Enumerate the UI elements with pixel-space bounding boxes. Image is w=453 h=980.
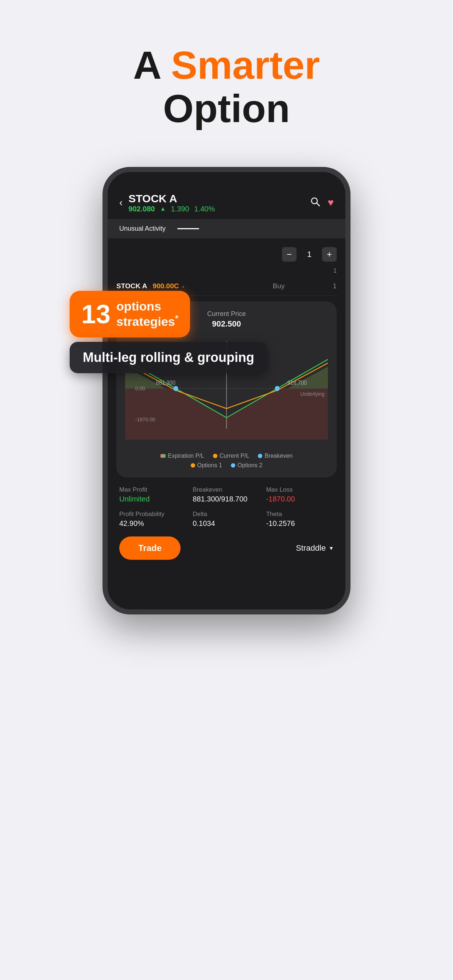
tab-slider (177, 228, 199, 229)
stat-profit-prob-label: Profit Probability (119, 511, 187, 518)
svg-text:Underlying: Underlying (300, 391, 324, 397)
svg-point-7 (174, 386, 179, 391)
phone-wrapper: 13 options strategies* Multi-leg rolling… (84, 167, 369, 614)
stock-price: 902.080 (128, 205, 155, 213)
strategy-selector[interactable]: Straddle ▼ (296, 543, 334, 553)
stock-name: STOCK A (128, 192, 215, 205)
chart-legend-row2: Options 1 Options 2 (125, 462, 328, 469)
stock-header-left: ‹ STOCK A 902.080 ▲ 1.390 1.40% (119, 192, 215, 213)
legend-current-color (213, 454, 217, 458)
legend-options1-label: Options 1 (197, 462, 222, 469)
phone-screen: ‹ STOCK A 902.080 ▲ 1.390 1.40% (108, 172, 345, 609)
stat-breakeven-value: 881.300/918.700 (193, 495, 260, 503)
legend-breakeven-color (258, 454, 262, 458)
legend-options2: Options 2 (231, 462, 262, 469)
qty-minus-btn[interactable]: − (282, 247, 297, 262)
qty-label2: 1 (116, 267, 337, 274)
stat-max-profit-value: Unlimited (119, 495, 187, 503)
hero-prefix: A (133, 43, 171, 87)
option-action: Buy (225, 282, 333, 290)
stock-header-right: ♥ (310, 196, 334, 209)
stat-theta-value: -10.2576 (266, 519, 334, 528)
svg-text:918.700: 918.700 (287, 379, 307, 386)
tab-unusual-activity[interactable]: Unusual Activity (113, 222, 171, 235)
legend-expiration-label: Expiration P/L (168, 453, 204, 459)
stat-breakeven: Breakeven 881.300/918.700 (193, 486, 260, 503)
tab-bar: Unusual Activity (108, 219, 345, 239)
legend-options2-label: Options 2 (238, 462, 262, 469)
hero-section: A Smarter Option (133, 0, 320, 152)
badge-text-line1: options strategies* (116, 299, 179, 329)
stat-delta-label: Delta (193, 511, 260, 518)
stat-max-loss-value: -1870.00 (266, 495, 334, 503)
stat-max-profit-label: Max Profit (119, 486, 187, 493)
option-symbol: STOCK A 900.00C › (116, 282, 225, 290)
stock-meta: 902.080 ▲ 1.390 1.40% (128, 205, 215, 213)
stat-breakeven-label: Breakeven (193, 486, 260, 493)
stat-max-loss: Max Loss -1870.00 (266, 486, 334, 503)
stats-section: Max Profit Unlimited Breakeven 881.300/9… (108, 477, 345, 531)
stat-delta: Delta 0.1034 (193, 511, 260, 528)
chevron-down-icon: ▼ (329, 545, 334, 551)
stock-info: STOCK A 902.080 ▲ 1.390 1.40% (128, 192, 215, 213)
qty-value: 1 (304, 250, 315, 259)
legend-options2-color (231, 463, 235, 468)
svg-text:-1870.00: -1870.00 (135, 416, 155, 422)
svg-text:0.00: 0.00 (135, 385, 145, 391)
svg-point-8 (275, 386, 280, 391)
svg-line-1 (317, 203, 320, 206)
stat-profit-prob-value: 42.90% (119, 519, 187, 528)
strategy-label: Straddle (296, 543, 326, 553)
stock-change: 1.390 (171, 205, 189, 213)
chart-legend: Expiration P/L Current P/L Breakeven (125, 453, 328, 459)
stat-profit-prob: Profit Probability 42.90% (119, 511, 187, 528)
option-strike: 900.00C (153, 282, 179, 290)
svg-text:881.300: 881.300 (156, 379, 175, 386)
stock-pct: 1.40% (195, 205, 215, 213)
badge-multileg: Multi-leg rolling & grouping (70, 342, 267, 373)
bottom-bar: Trade Straddle ▼ (108, 531, 345, 571)
legend-options1: Options 1 (191, 462, 222, 469)
legend-current-label: Current P/L (220, 453, 249, 459)
hero-suffix: Option (163, 86, 290, 130)
phone-frame: ‹ STOCK A 902.080 ▲ 1.390 1.40% (102, 167, 351, 614)
stat-max-profit: Max Profit Unlimited (119, 486, 187, 503)
stat-max-loss-label: Max Loss (266, 486, 334, 493)
stat-theta-label: Theta (266, 511, 334, 518)
legend-expiration: Expiration P/L (161, 453, 204, 459)
price-arrow-icon: ▲ (160, 205, 166, 212)
stat-theta: Theta -10.2576 (266, 511, 334, 528)
phone-notch (190, 172, 263, 185)
hero-accent: Smarter (171, 43, 320, 87)
legend-expiration-color (161, 454, 166, 458)
legend-options1-color (191, 463, 195, 468)
stat-delta-value: 0.1034 (193, 519, 260, 528)
qty-plus-btn[interactable]: + (322, 247, 337, 262)
legend-current: Current P/L (213, 453, 249, 459)
svg-point-0 (311, 198, 317, 204)
option-qty: 1 (333, 282, 337, 290)
trade-button[interactable]: Trade (119, 536, 180, 560)
heart-icon[interactable]: ♥ (327, 197, 334, 208)
back-arrow-icon[interactable]: ‹ (119, 197, 123, 208)
quantity-row: − 1 + (116, 244, 337, 267)
hero-title: A Smarter Option (133, 44, 320, 130)
option-arrow-icon: › (182, 283, 184, 290)
badge-number: 13 (81, 301, 110, 327)
legend-breakeven: Breakeven (258, 453, 292, 459)
search-icon[interactable] (310, 196, 320, 209)
badge-13-options: 13 options strategies* (70, 291, 190, 337)
legend-breakeven-label: Breakeven (265, 453, 292, 459)
